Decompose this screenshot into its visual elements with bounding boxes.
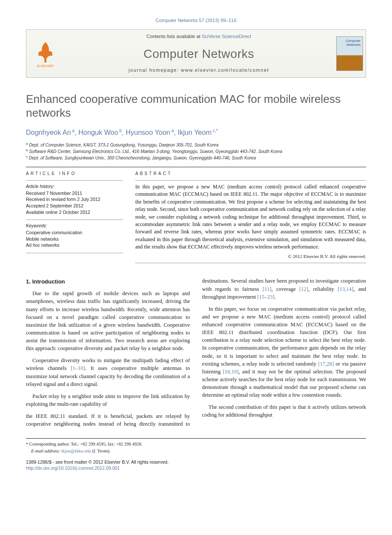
author-3[interactable]: Hyunsoo Yoon a	[126, 129, 174, 136]
keyword-1: Cooperative communication	[26, 229, 123, 236]
author-1[interactable]: Dognhyeok An a	[26, 129, 74, 136]
authors-line: Dognhyeok An a, Honguk Woo b, Hyunsoo Yo…	[26, 127, 366, 137]
intro-p2: Cooperative diversity works to mitigate …	[26, 357, 190, 388]
keyword-2: Mobile networks	[26, 236, 123, 242]
body-columns: 1. Introduction Due to the rapid growth …	[26, 277, 366, 428]
abstract-rule	[135, 180, 366, 181]
affiliations: a Dept. of Computer Science, KAIST, 373-…	[26, 142, 366, 161]
keywords-title: Keywords:	[26, 223, 123, 229]
contents-available-line: Contents lists available at SciVerse Sci…	[69, 33, 329, 40]
history-accepted: Accepted 2 September 2012	[26, 203, 123, 209]
author-4[interactable]: Ikjun Yeom c,*	[178, 129, 218, 136]
ref-11[interactable]: [11]	[263, 286, 271, 292]
journal-name-large: Computer Networks	[69, 45, 329, 63]
rule-top	[26, 167, 366, 167]
article-title: Enhanced cooperative communication MAC f…	[26, 92, 366, 119]
info-rule-2	[26, 220, 123, 220]
bottom-info: 1389-1286/$ - see front matter © 2012 El…	[26, 459, 366, 471]
top-citation: Computer Networks 57 (2013) 99–116	[26, 17, 366, 24]
affil-c: Dept. of Software, Sungkyunkwan Univ., 3…	[29, 156, 256, 160]
corr-email-who: (I. Yeom).	[92, 449, 111, 453]
article-info-heading: ARTICLE INFO	[26, 171, 123, 178]
email-label: E-mail address:	[31, 449, 60, 453]
intro-p5: In this paper, we focus on cooperative c…	[202, 305, 367, 399]
journal-homepage-url[interactable]: www.elsevier.com/locate/comnet	[181, 67, 269, 73]
history-online: Available online 2 October 2012	[26, 209, 123, 216]
history-received: Received 7 November 2011	[26, 190, 123, 197]
ref-15-23[interactable]: [15–23]	[257, 294, 274, 300]
abstract-rule-bottom	[135, 263, 366, 263]
abstract-copyright: © 2012 Elsevier B.V. All rights reserved…	[135, 253, 366, 260]
info-rule	[26, 180, 123, 181]
corr-author-label: Corresponding author.	[29, 442, 71, 446]
history-title: Article history:	[26, 183, 123, 190]
author-2[interactable]: Honguk Woo b	[78, 129, 122, 136]
scidirect-link[interactable]: SciVerse ScienceDirect	[202, 34, 251, 39]
intro-p6: The second contribution of this paper is…	[202, 403, 367, 419]
elsevier-tree-icon: ELSEVIER	[32, 39, 58, 68]
elsevier-logo[interactable]: ELSEVIER	[26, 30, 64, 77]
affil-b: Software R&D Center, Samsung Electronics…	[29, 149, 282, 154]
publisher-name: ELSEVIER	[37, 64, 54, 68]
citation-volume: 57 (2013) 99–116	[199, 18, 236, 23]
affil-a: Dept. of Computer Science, KAIST, 373-1 …	[29, 143, 218, 147]
doi-link[interactable]: http://dx.doi.org/10.1016/j.comnet.2012.…	[26, 465, 366, 471]
abstract-heading: ABSTRACT	[135, 171, 366, 178]
journal-header-box: ELSEVIER Contents lists available at Sci…	[26, 29, 366, 78]
issn-copyright-line: 1389-1286/$ - see front matter © 2012 El…	[26, 459, 366, 465]
ref-13-14[interactable]: [13,14]	[338, 286, 353, 292]
history-revised: Received in revised form 2 July 2012	[26, 196, 123, 203]
intro-p3: Packet relay by a neighbor node aims to …	[26, 392, 190, 408]
section-1-heading: 1. Introduction	[26, 278, 190, 286]
info-rule-3	[26, 253, 123, 253]
keyword-3: Ad hoc networks	[26, 242, 123, 248]
intro-p1: Due to the rapid growth of mobile device…	[26, 290, 190, 352]
ref-1-10[interactable]: [1–10]	[71, 365, 85, 371]
ref-18-19[interactable]: [18,19]	[223, 369, 239, 375]
ref-12[interactable]: [12]	[299, 286, 308, 292]
corr-author-tel: Tel.: +82 299 4595; fax: +82 299 4928.	[71, 442, 142, 446]
abstract-text: In this paper, we propose a new MAC (med…	[135, 183, 366, 251]
footnotes: * Corresponding author. Tel.: +82 299 45…	[26, 438, 366, 454]
citation-journal[interactable]: Computer Networks	[156, 18, 198, 23]
journal-cover-thumbnail[interactable]	[336, 36, 363, 71]
ref-17-28[interactable]: [17,28]	[318, 361, 334, 367]
corr-email[interactable]: ikjun@skku.edu	[61, 449, 91, 453]
journal-homepage-line: journal homepage: www.elsevier.com/locat…	[69, 67, 329, 74]
corr-author-marker: *	[26, 442, 28, 446]
